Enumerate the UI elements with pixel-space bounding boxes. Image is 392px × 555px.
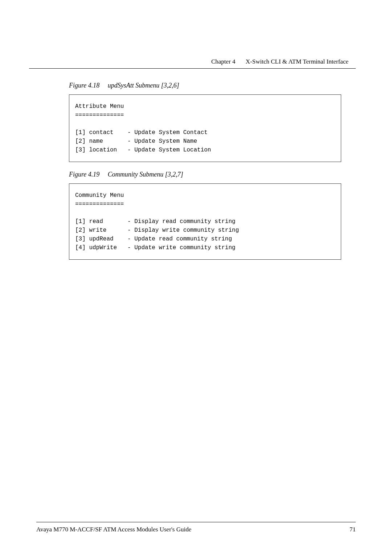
figure-title-1: updSysAtt Submenu [3,2,6] (108, 82, 179, 89)
page-header: Chapter 4 X-Switch CLI & ATM Terminal In… (36, 58, 356, 65)
figure-number-1: Figure 4.18 (69, 82, 99, 89)
footer-guide-title: Avaya M770 M-ACCF/SF ATM Access Modules … (36, 526, 191, 533)
page-container: Chapter 4 X-Switch CLI & ATM Terminal In… (0, 0, 392, 555)
figure-title-2: Community Submenu [3,2,7] (108, 171, 183, 178)
code-box-2: Community Menu ============== [1] read -… (69, 183, 341, 260)
page-number: 71 (350, 526, 356, 533)
footer-divider (36, 522, 356, 522)
footer-content: Avaya M770 M-ACCF/SF ATM Access Modules … (36, 526, 356, 533)
figure-caption-1: Figure 4.18 updSysAtt Submenu [3,2,6] (69, 82, 356, 89)
chapter-title: X-Switch CLI & ATM Terminal Interface (246, 58, 348, 65)
code-box-1: Attribute Menu ============== [1] contac… (69, 94, 341, 162)
page-footer: Avaya M770 M-ACCF/SF ATM Access Modules … (36, 522, 356, 533)
header-divider (29, 68, 356, 69)
figure-number-2: Figure 4.19 (69, 171, 99, 178)
figure-caption-2: Figure 4.19 Community Submenu [3,2,7] (69, 171, 356, 178)
chapter-label: Chapter 4 (211, 58, 236, 65)
